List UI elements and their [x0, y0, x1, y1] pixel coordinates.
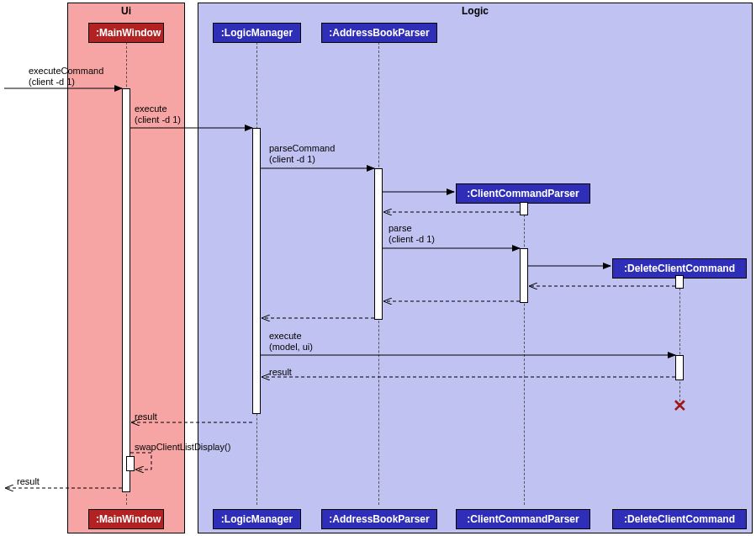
activation-logicmanager [252, 128, 261, 414]
participant-mainwindow-bot: :MainWindow [88, 509, 164, 529]
msg-parse: parse (client -d 1) [389, 223, 435, 245]
msg-self: swapClientListDisplay() [135, 442, 230, 453]
participant-abparser-bot: :AddressBookParser [321, 509, 437, 529]
activation-dcc-2 [675, 355, 684, 380]
msg-result-2: result [135, 411, 157, 422]
participant-mainwindow-top: :MainWindow [88, 23, 164, 43]
participant-logicmanager-bot: :LogicManager [213, 509, 301, 529]
region-ui-title: Ui [121, 5, 131, 17]
activation-abparser [374, 168, 383, 320]
participant-logicmanager-top: :LogicManager [213, 23, 301, 43]
lifeline-ccparser [524, 194, 525, 505]
participant-ccparser-bot: :ClientCommandParser [456, 509, 590, 529]
activation-mainwindow [122, 88, 130, 492]
participant-dcc-bot: :DeleteClientCommand [612, 509, 747, 529]
participant-abparser-top: :AddressBookParser [321, 23, 437, 43]
msg-executecommand: executeCommand (client -d 1) [29, 66, 103, 88]
sequence-diagram: Ui Logic :MainWindow :LogicManager :Addr… [0, 0, 756, 536]
msg-execute-2: execute (model, ui) [269, 331, 313, 353]
msg-parsecommand: parseCommand (client -d 1) [269, 143, 335, 165]
activation-ccparser-1 [520, 202, 528, 215]
msg-execute-1: execute (client -d 1) [135, 103, 181, 125]
region-logic-title: Logic [462, 5, 489, 17]
lifeline-dcc [679, 275, 680, 406]
activation-dcc-1 [675, 275, 684, 289]
destroy-icon: ✕ [673, 395, 687, 416]
participant-ccparser: :ClientCommandParser [456, 183, 590, 204]
activation-ccparser-2 [520, 248, 528, 303]
msg-result-3: result [17, 476, 40, 487]
activation-mainwindow-self [126, 456, 135, 471]
msg-result-1: result [269, 367, 292, 378]
